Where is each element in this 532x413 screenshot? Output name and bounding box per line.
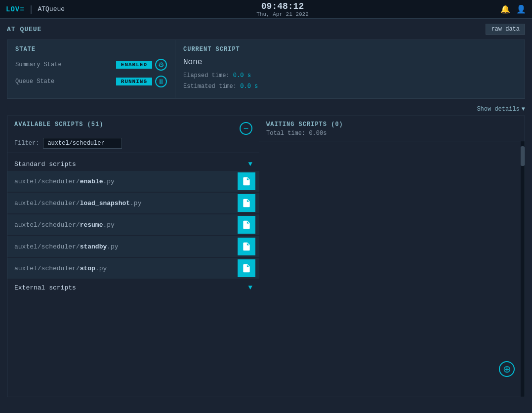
- show-details-button[interactable]: Show details ▼: [477, 106, 525, 113]
- available-title: AVAILABLE SCRIPTS (51): [14, 121, 103, 128]
- queue-state-badge: RUNNING: [116, 78, 152, 85]
- filter-input[interactable]: [43, 138, 122, 149]
- page-header: AT QUEUE raw data: [7, 24, 525, 35]
- raw-data-button[interactable]: raw data: [486, 24, 525, 35]
- main-content: AT QUEUE raw data STATE Summary State EN…: [0, 19, 532, 402]
- script-name-load-snapshot: auxtel/scheduler/load_snapshot.py: [14, 200, 141, 207]
- script-item-load-snapshot[interactable]: auxtel/scheduler/load_snapshot.py: [7, 193, 259, 213]
- script-add-icon-3: [242, 220, 251, 230]
- script-add-icon-4: [242, 242, 251, 251]
- total-value: 0.00s: [309, 130, 327, 137]
- script-name-resume: auxtel/scheduler/resume.py: [14, 221, 115, 229]
- summary-state-badge: ENABLED: [116, 61, 152, 69]
- script-item-enable[interactable]: auxtel/scheduler/enable.py: [7, 171, 259, 192]
- script-name-standby: auxtel/scheduler/standby.py: [14, 243, 119, 250]
- waiting-scripts-panel: WAITING SCRIPTS (0) Total time: 0.00s ⊕: [259, 116, 525, 397]
- plus-icon: ⊕: [503, 363, 511, 375]
- show-details-label: Show details: [477, 106, 519, 113]
- clock-date: Thu, Apr 21 2022: [256, 11, 309, 17]
- clock-time: 09:48:12: [256, 1, 309, 11]
- chevron-down-icon: ▼: [522, 106, 525, 113]
- available-header: AVAILABLE SCRIPTS (51) − Filter:: [7, 116, 259, 153]
- external-scripts-label: External scripts: [14, 284, 76, 291]
- queue-state-label: Queue State: [15, 78, 54, 85]
- nav-center: 09:48:12 Thu, Apr 21 2022: [256, 1, 309, 17]
- add-script-resume-button[interactable]: [238, 216, 255, 234]
- filter-row: Filter:: [14, 138, 252, 149]
- scrollbar-track[interactable]: [521, 141, 525, 397]
- script-name-enable: auxtel/scheduler/enable.py: [14, 178, 115, 185]
- current-script-name: None: [183, 58, 517, 67]
- waiting-total: Total time: 0.00s: [266, 130, 518, 137]
- add-script-stop-button[interactable]: [238, 259, 255, 277]
- state-title: STATE: [15, 46, 167, 53]
- queue-state-pause-button[interactable]: ⏸: [155, 76, 167, 87]
- waiting-content: ⊕: [259, 141, 525, 397]
- app-logo: LOV≡: [6, 5, 25, 13]
- add-to-queue-button[interactable]: ⊕: [499, 361, 515, 377]
- total-label: Total time:: [266, 130, 305, 137]
- available-top-row: AVAILABLE SCRIPTS (51) −: [14, 121, 252, 135]
- nav-left: LOV≡ | ATQueue: [6, 4, 65, 14]
- nav-divider: |: [29, 4, 34, 14]
- elapsed-time-row: Elapsed time: 0.0 s: [183, 71, 517, 82]
- script-name-stop: auxtel/scheduler/stop.py: [14, 265, 107, 272]
- state-panel: STATE Summary State ENABLED ⚙ Queue Stat…: [7, 40, 175, 98]
- estimated-label: Estimated time:: [183, 83, 237, 90]
- filter-label: Filter:: [14, 140, 39, 147]
- standard-scripts-header[interactable]: Standard scripts ▼: [7, 157, 259, 171]
- pause-icon: ⏸: [158, 78, 164, 85]
- available-scripts-panel: AVAILABLE SCRIPTS (51) − Filter: Standar…: [7, 116, 259, 397]
- estimated-value: 0.0 s: [240, 83, 258, 90]
- state-script-row: STATE Summary State ENABLED ⚙ Queue Stat…: [7, 40, 525, 99]
- script-add-icon-5: [242, 263, 251, 273]
- queue-state-row: Queue State RUNNING ⏸: [15, 76, 167, 87]
- script-add-icon-2: [242, 198, 251, 208]
- page-title: AT QUEUE: [7, 26, 41, 33]
- gear-icon: ⚙: [158, 61, 164, 69]
- summary-state-controls: ENABLED ⚙: [116, 59, 167, 71]
- standard-chevron-icon: ▼: [248, 160, 252, 168]
- estimated-time-row: Estimated time: 0.0 s: [183, 82, 517, 92]
- external-chevron-icon: ▼: [248, 284, 252, 291]
- external-scripts-section: External scripts ▼: [7, 281, 259, 294]
- standard-scripts-label: Standard scripts: [14, 161, 76, 168]
- show-details-bar: Show details ▼: [7, 104, 525, 116]
- waiting-header: WAITING SCRIPTS (0) Total time: 0.00s: [259, 116, 525, 141]
- add-script-load-snapshot-button[interactable]: [238, 194, 255, 212]
- standard-scripts-section: Standard scripts ▼ auxtel/scheduler/enab…: [7, 157, 259, 279]
- elapsed-label: Elapsed time:: [183, 72, 230, 79]
- summary-state-row: Summary State ENABLED ⚙: [15, 59, 167, 71]
- nav-right: 🔔 👤: [500, 4, 526, 14]
- add-script-standby-button[interactable]: [238, 238, 255, 255]
- summary-state-label: Summary State: [15, 61, 62, 68]
- summary-state-settings-button[interactable]: ⚙: [155, 59, 167, 71]
- script-add-icon: [242, 176, 251, 186]
- external-scripts-header[interactable]: External scripts ▼: [7, 281, 259, 294]
- script-times: Elapsed time: 0.0 s Estimated time: 0.0 …: [183, 71, 517, 92]
- available-content: Standard scripts ▼ auxtel/scheduler/enab…: [7, 153, 259, 397]
- minus-icon: −: [244, 124, 249, 134]
- top-navigation: LOV≡ | ATQueue 09:48:12 Thu, Apr 21 2022…: [0, 0, 532, 19]
- waiting-title: WAITING SCRIPTS (0): [266, 121, 518, 128]
- script-item-resume[interactable]: auxtel/scheduler/resume.py: [7, 214, 259, 235]
- bell-icon[interactable]: 🔔: [500, 4, 510, 14]
- current-script-panel: CURRENT SCRIPT None Elapsed time: 0.0 s …: [175, 40, 525, 98]
- scripts-area: AVAILABLE SCRIPTS (51) − Filter: Standar…: [7, 116, 525, 397]
- elapsed-value: 0.0 s: [233, 72, 251, 79]
- app-name: ATQueue: [38, 5, 65, 13]
- collapse-available-button[interactable]: −: [240, 122, 252, 135]
- script-item-standby[interactable]: auxtel/scheduler/standby.py: [7, 236, 259, 257]
- script-item-stop[interactable]: auxtel/scheduler/stop.py: [7, 258, 259, 279]
- scrollbar-thumb: [521, 146, 525, 166]
- user-icon[interactable]: 👤: [516, 4, 526, 14]
- current-script-title: CURRENT SCRIPT: [183, 46, 517, 53]
- add-script-enable-button[interactable]: [238, 172, 255, 190]
- queue-state-controls: RUNNING ⏸: [116, 76, 167, 87]
